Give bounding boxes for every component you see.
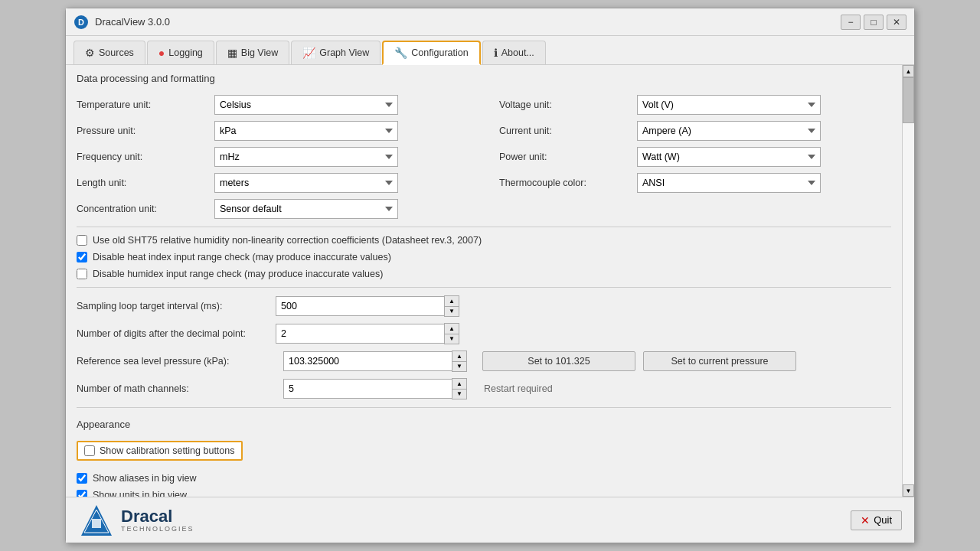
sht75-row: Use old SHT75 relative humidity non-line… <box>77 235 891 246</box>
concentration-label: Concentration unit: <box>77 204 214 214</box>
data-processing-section: Data processing and formatting Temperatu… <box>77 73 891 497</box>
decimal-up[interactable]: ▲ <box>445 324 459 334</box>
length-select[interactable]: meters feet inches <box>214 173 398 193</box>
concentration-col: Concentration unit: Sensor default ppm p… <box>77 199 469 219</box>
current-col: Current unit: Ampere (A) Milliampere (mA… <box>499 121 891 141</box>
temperature-select[interactable]: Celsius Fahrenheit Kelvin <box>214 95 398 115</box>
show-calibration-row: Show calibration setting buttons <box>77 441 891 467</box>
show-calibration-button[interactable]: Show calibration setting buttons <box>77 441 243 461</box>
show-units-checkbox[interactable] <box>77 490 87 497</box>
show-units-label: Show units in big view <box>93 490 187 497</box>
tab-configuration[interactable]: 🔧 Configuration <box>382 41 480 65</box>
svg-text:D: D <box>78 18 84 27</box>
heat-index-row: Disable heat index input range check (ma… <box>77 252 891 262</box>
sampling-input[interactable] <box>276 296 444 316</box>
divider2 <box>77 287 891 288</box>
length-label: Length unit: <box>77 178 214 188</box>
sampling-group: Sampling loop target interval (ms): ▲ ▼ <box>77 295 891 317</box>
tab-sources[interactable]: ⚙ Sources <box>74 41 145 64</box>
quit-button[interactable]: ✕ Quit <box>851 510 902 530</box>
sampling-spinner: ▲ ▼ <box>276 295 459 317</box>
graphview-icon: 📈 <box>302 47 315 59</box>
humidex-label: Disable humidex input range check (may p… <box>93 269 383 279</box>
decimal-down[interactable]: ▼ <box>445 334 459 344</box>
power-label: Power unit: <box>499 152 637 162</box>
sampling-label: Sampling loop target interval (ms): <box>77 301 276 311</box>
scroll-down-btn[interactable]: ▼ <box>903 484 914 497</box>
power-select[interactable]: Watt (W) Kilowatt (kW) <box>637 147 821 167</box>
row-concentration: Concentration unit: Sensor default ppm p… <box>77 199 891 219</box>
decimal-spinner: ▲ ▼ <box>276 323 459 344</box>
current-select[interactable]: Ampere (A) Milliampere (mA) <box>637 121 821 141</box>
scroll-area[interactable]: Data processing and formatting Temperatu… <box>66 65 902 497</box>
voltage-label: Voltage unit: <box>499 99 637 110</box>
decimal-input[interactable] <box>276 324 444 344</box>
show-calibration-label: Show calibration setting buttons <box>100 445 235 456</box>
tab-about[interactable]: ℹ About... <box>482 41 546 64</box>
window-title: DracalView 3.0.0 <box>95 16 841 28</box>
math-channels-up[interactable]: ▲ <box>452 379 466 389</box>
configuration-icon: 🔧 <box>394 47 407 59</box>
frequency-label: Frequency unit: <box>77 152 214 162</box>
math-channels-input[interactable] <box>283 379 452 399</box>
svg-rect-4 <box>92 519 101 528</box>
show-aliases-checkbox[interactable] <box>77 473 87 484</box>
set-current-button[interactable]: Set to current pressure <box>643 351 796 371</box>
row-frequency-power: Frequency unit: mHz Hz kHz Power unit: W… <box>77 147 891 167</box>
length-col: Length unit: meters feet inches <box>77 173 469 193</box>
close-button[interactable]: ✕ <box>887 15 906 30</box>
maximize-button[interactable]: □ <box>864 15 884 30</box>
humidex-checkbox[interactable] <box>77 269 87 279</box>
sea-level-btn-group: ▲ ▼ <box>452 350 467 372</box>
math-channels-down[interactable]: ▼ <box>452 389 466 399</box>
row-pressure-current: Pressure unit: kPa hPa Pa Current unit: … <box>77 121 891 141</box>
sea-level-down[interactable]: ▼ <box>452 361 466 371</box>
thermocouple-col: Thermocouple color: ANSI IEC <box>499 173 891 193</box>
dracal-logo: Dracal TECHNOLOGIES <box>78 502 194 539</box>
decimal-label: Number of digits after the decimal point… <box>77 328 276 339</box>
show-units-row: Show units in big view <box>77 490 891 497</box>
math-channels-label: Number of math channels: <box>77 383 276 394</box>
sea-level-input[interactable] <box>283 351 452 371</box>
bigview-icon: ▦ <box>227 47 237 59</box>
frequency-select[interactable]: mHz Hz kHz <box>214 147 398 167</box>
sht75-label: Use old SHT75 relative humidity non-line… <box>93 235 482 246</box>
concentration-select[interactable]: Sensor default ppm ppb % <box>214 199 398 219</box>
tab-logging[interactable]: ● Logging <box>147 41 214 64</box>
temperature-label: Temperature unit: <box>77 99 214 110</box>
row-length-thermocouple: Length unit: meters feet inches Thermoco… <box>77 173 891 193</box>
heat-index-checkbox[interactable] <box>77 252 87 262</box>
tab-bigview[interactable]: ▦ Big View <box>216 41 289 64</box>
sampling-btn-group: ▲ ▼ <box>444 295 459 317</box>
math-channels-btn-group: ▲ ▼ <box>452 378 467 399</box>
minimize-button[interactable]: − <box>841 15 861 30</box>
row-temperature-voltage: Temperature unit: Celsius Fahrenheit Kel… <box>77 95 891 115</box>
main-content: Data processing and formatting Temperatu… <box>66 65 914 497</box>
show-aliases-label: Show aliases in big view <box>93 473 197 484</box>
sea-level-group: Reference sea level pressure (kPa): ▲ ▼ … <box>77 350 891 372</box>
scroll-track[interactable] <box>903 77 914 484</box>
window-controls: − □ ✕ <box>841 15 906 30</box>
show-calibration-checkbox[interactable] <box>84 445 95 456</box>
sea-level-spinner: ▲ ▼ <box>283 350 467 372</box>
pressure-unit-label: Pressure unit: <box>77 126 214 136</box>
heat-index-label: Disable heat index input range check (ma… <box>93 252 391 262</box>
sampling-down[interactable]: ▼ <box>445 306 459 316</box>
appearance-section: Appearance Show calibration setting butt… <box>77 419 891 497</box>
about-icon: ℹ <box>494 47 498 59</box>
scroll-thumb[interactable] <box>903 77 914 123</box>
scroll-up-btn[interactable]: ▲ <box>903 65 914 77</box>
sht75-checkbox[interactable] <box>77 235 87 246</box>
pressure-unit-select[interactable]: kPa hPa Pa <box>214 121 398 141</box>
bottom-bar: Dracal TECHNOLOGIES ✕ Quit <box>66 497 914 543</box>
quit-icon: ✕ <box>861 514 870 527</box>
voltage-select[interactable]: Volt (V) Millivolt (mV) <box>637 95 821 115</box>
thermocouple-select[interactable]: ANSI IEC <box>637 173 821 193</box>
tab-graphview[interactable]: 📈 Graph View <box>291 41 381 64</box>
scrollbar[interactable]: ▲ ▼ <box>902 65 914 497</box>
sea-level-up[interactable]: ▲ <box>452 351 466 361</box>
decimal-btn-group: ▲ ▼ <box>444 323 459 344</box>
sampling-up[interactable]: ▲ <box>445 296 459 306</box>
voltage-col: Voltage unit: Volt (V) Millivolt (mV) <box>499 95 891 115</box>
set-101-button[interactable]: Set to 101.325 <box>482 351 635 371</box>
